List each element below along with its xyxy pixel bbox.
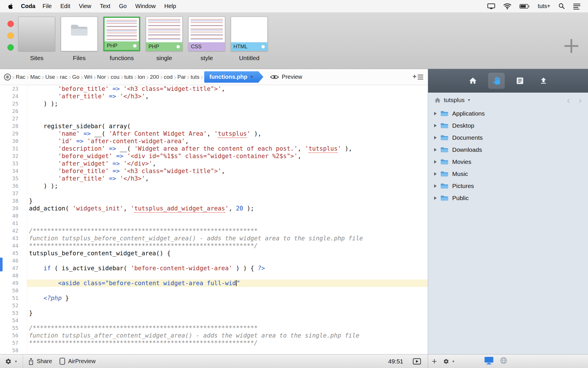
code-line-49[interactable]: 49 <aside class="before-content widget-a… (0, 279, 428, 287)
menu-go[interactable]: Go (119, 3, 127, 9)
breadcrumb-segment[interactable]: Par (177, 74, 186, 80)
code-line-34[interactable]: 34 'before_title' => '<h3 class="widget-… (0, 167, 428, 175)
code-line-47[interactable]: 47 if ( is_active_sidebar( 'before-conte… (0, 264, 428, 272)
sidebar-root-row[interactable]: tutsplus ▼ ‹ › (428, 93, 588, 108)
code-line-31[interactable]: 31 'description' => __( 'Widget area aft… (0, 145, 428, 152)
screen-mirroring-icon[interactable] (487, 3, 495, 9)
code-line-40[interactable]: 40 (0, 212, 428, 220)
menu-text[interactable]: Text (100, 3, 111, 9)
target-icon[interactable] (4, 74, 11, 80)
code-line-36[interactable]: 36 ) ); (0, 182, 428, 190)
code-line-39[interactable]: 39add_action( 'widgets_init', 'tutsplus_… (0, 205, 428, 212)
tab-style[interactable]: CSSstyle (188, 17, 225, 62)
wifi-icon[interactable] (503, 3, 511, 9)
breadcrumb-segment[interactable]: Rac (16, 74, 26, 80)
forward-button[interactable]: › (579, 95, 582, 105)
code-line-53[interactable]: 53} (0, 309, 428, 317)
disclosure-triangle[interactable] (434, 148, 437, 152)
local-preview-target-button[interactable] (484, 356, 494, 366)
code-line-42[interactable]: 42/*************************************… (0, 227, 428, 235)
minimize-window-button[interactable] (7, 32, 14, 39)
tab-thumbnail[interactable] (18, 17, 55, 51)
menu-file[interactable]: File (42, 3, 52, 9)
menu-window[interactable]: Window (135, 3, 156, 9)
folder-row-applications[interactable]: Applications (428, 108, 588, 120)
code-line-25[interactable]: 25 ) ); (0, 100, 428, 108)
code-line-27[interactable]: 27 (0, 115, 428, 122)
hand-tool-button[interactable] (488, 73, 505, 89)
breadcrumb-segment[interactable]: Go (72, 74, 79, 80)
code-line-43[interactable]: 43function tutsplus_before_content_widge… (0, 235, 428, 242)
tab-sites[interactable]: Sites (18, 17, 55, 62)
code-line-32[interactable]: 32 'before_widget' => '<div id="%1$s" cl… (0, 152, 428, 160)
upload-tool-button[interactable] (535, 73, 552, 89)
share-button[interactable]: Share (28, 358, 52, 365)
code-line-52[interactable]: 52 (0, 302, 428, 309)
airpreview-button[interactable]: AirPreview (59, 358, 96, 365)
settings-menu-button[interactable]: ▼ (5, 358, 18, 365)
apple-menu[interactable] (7, 3, 13, 9)
close-window-button[interactable] (7, 21, 14, 27)
folder-row-music[interactable]: Music (428, 168, 588, 180)
add-item-button[interactable]: + (432, 357, 437, 366)
tab-thumbnail[interactable]: PHP (103, 17, 140, 51)
tab-single[interactable]: PHPsingle (146, 17, 183, 62)
app-menu-title[interactable]: Coda (21, 3, 35, 9)
tab-thumbnail[interactable]: PHP (146, 17, 183, 51)
code-line-33[interactable]: 33 'after_widget' => '</div>', (0, 160, 428, 167)
chevron-down-icon[interactable]: ▼ (467, 98, 471, 102)
breadcrumb-segment[interactable]: Nor (97, 74, 106, 80)
code-line-56[interactable]: 56function tutsplus_after_content_widget… (0, 332, 428, 339)
home-tool-button[interactable] (465, 73, 481, 89)
tab-thumbnail[interactable]: HTML (231, 17, 268, 51)
code-area[interactable]: 23 'before_title' => '<h3 class="widget-… (0, 85, 428, 354)
code-line-28[interactable]: 28 register_sidebar( array( (0, 122, 428, 130)
breadcrumb-segment[interactable]: tuts (191, 74, 200, 80)
breadcrumb-segment[interactable]: rac (60, 74, 67, 80)
new-tab-button[interactable] (564, 39, 578, 53)
split-editor-button[interactable] (413, 69, 423, 85)
breadcrumb-segment[interactable]: Wri (84, 74, 92, 80)
disclosure-triangle[interactable] (434, 196, 437, 200)
menu-list-icon[interactable] (573, 3, 581, 9)
menu-help[interactable]: Help (164, 3, 176, 9)
menu-view[interactable]: View (79, 3, 91, 9)
code-line-44[interactable]: 44**************************************… (0, 242, 428, 250)
breadcrumb-segment[interactable]: Mac (30, 74, 40, 80)
code-line-30[interactable]: 30 'id' => 'after-content-widget-area', (0, 137, 428, 145)
disclosure-triangle[interactable] (434, 172, 437, 176)
search-icon[interactable] (558, 3, 565, 9)
code-line-29[interactable]: 29 'name' => __( 'After Content Widget A… (0, 130, 428, 137)
tab-untitled[interactable]: HTMLUntitled (231, 17, 268, 62)
tab-thumbnail[interactable] (61, 17, 98, 51)
code-line-24[interactable]: 24 'after_title' => '</h3>', (0, 93, 428, 100)
current-file-tag[interactable]: functions.php ▼ (204, 71, 263, 83)
breadcrumb-segment[interactable]: tuts (124, 74, 133, 80)
play-video-button[interactable] (413, 358, 421, 366)
breadcrumb-segment[interactable]: cod (164, 74, 173, 80)
code-line-46[interactable]: 46 (0, 257, 428, 264)
folder-row-public[interactable]: Public (428, 192, 588, 204)
document-tool-button[interactable] (512, 73, 528, 89)
breadcrumb-segment[interactable]: lon (138, 74, 145, 80)
code-line-45[interactable]: 45tutsplus_before_content_widget_area() … (0, 250, 428, 257)
folder-row-pictures[interactable]: Pictures (428, 180, 588, 192)
disclosure-triangle[interactable] (434, 112, 437, 115)
folder-row-desktop[interactable]: Desktop (428, 120, 588, 132)
disclosure-triangle[interactable] (434, 184, 437, 188)
battery-icon[interactable] (519, 4, 530, 9)
code-line-51[interactable]: 51 <?php } (0, 294, 428, 302)
folder-row-movies[interactable]: Movies (428, 156, 588, 168)
code-line-54[interactable]: 54 (0, 317, 428, 324)
disclosure-triangle[interactable] (434, 136, 437, 139)
back-button[interactable]: ‹ (567, 95, 570, 105)
breadcrumb-segment[interactable]: 200 (150, 74, 159, 80)
breadcrumb-segment[interactable]: Use (45, 74, 55, 80)
remote-preview-target-button[interactable] (500, 357, 507, 365)
breadcrumb-segment[interactable]: cou (111, 74, 119, 80)
tab-files[interactable]: Files (61, 17, 98, 62)
folder-row-downloads[interactable]: Downloads (428, 144, 588, 156)
sidebar-settings-button[interactable]: ▼ (443, 359, 455, 364)
menubar-account[interactable]: tuts+ (538, 3, 550, 9)
disclosure-triangle[interactable] (434, 160, 437, 164)
